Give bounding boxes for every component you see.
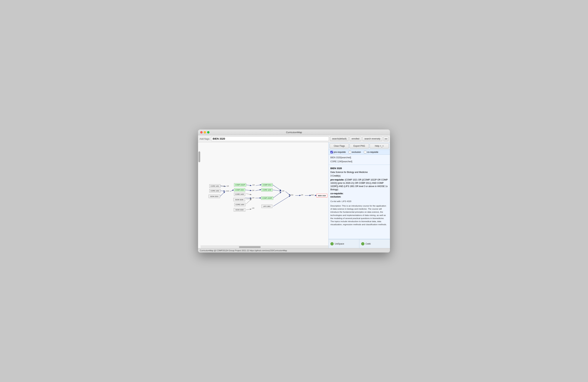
horizontal-scrollbar-thumb[interactable] [239, 246, 261, 248]
node-core1402-label: CORE 1402 [210, 190, 219, 192]
node-isom3230-label: ISOM 3230 [235, 199, 243, 201]
colist-text: Co-list with: LIFS 4320 [330, 200, 351, 202]
node-core1404-label: CORE 1404 [235, 204, 244, 206]
search-default-button[interactable]: search(default) [330, 136, 349, 141]
svg-line-2 [220, 192, 225, 196]
svg-line-10 [273, 185, 281, 191]
prereq-section: pre-requisite: {COMP 1021 OR {(COMP 1022… [330, 178, 388, 191]
exclusion-checkbox[interactable] [349, 151, 351, 153]
prereq-checkbox-item: pre-requisite [330, 151, 346, 153]
node-core1401-label: CORE 1401 [210, 185, 219, 187]
op-or-1: OR [227, 185, 229, 187]
svg-line-21 [246, 199, 251, 204]
node-isom2010-label: ISOM 2010 [210, 195, 218, 197]
ustspace-link[interactable]: → UstSpace [329, 239, 359, 248]
ustspace-icon: → [330, 242, 334, 246]
title-bar: CurriculumMap [198, 130, 390, 135]
node-lifs1901-label: LIFS 1901 [263, 206, 271, 207]
export-png-button[interactable]: Export PNG [350, 143, 369, 149]
enrolled-button[interactable]: enrolled [350, 136, 361, 141]
op-and-3: AND [311, 194, 314, 196]
svg-line-12 [273, 192, 281, 198]
svg-line-3 [230, 190, 233, 191]
cwiki-icon: → [361, 242, 364, 246]
exclusion-label: exclusion [352, 151, 361, 153]
course-code: BIEN 3320 [330, 167, 388, 170]
svg-line-4 [246, 185, 251, 186]
search-input[interactable] [211, 136, 329, 141]
node-comp1022p-label: COMP 1022P [235, 184, 245, 186]
svg-line-13 [286, 191, 290, 195]
main-window: CurriculumMap Add flags: search(default)… [198, 130, 390, 252]
prereq-checkbox[interactable] [330, 151, 333, 153]
graph-canvas: CORE 1401 CORE 1402 ISOM 2010 COMP 1022P… [201, 142, 328, 246]
minimize-button[interactable] [204, 131, 206, 134]
coreq-section-label: co-requisite: [330, 192, 343, 195]
svg-line-6 [256, 185, 261, 186]
op-and-1: AND [226, 190, 229, 192]
searched-item-2: CORE 1240[searched] [330, 160, 388, 164]
checkbox-row: pre-requisite exclusion co-requisite [329, 150, 390, 155]
node-comp1021-label: COMP 1021 [235, 189, 244, 191]
status-bar: CurriculumMap @ COMP2012H Group Project … [198, 248, 390, 252]
node-bien3320-label: BIEN 3320 [318, 195, 326, 197]
svg-line-22 [246, 209, 251, 210]
right-toolbar: Clear Flags Export PNG Help >_< [329, 142, 390, 150]
add-flags-label: Add flags: [200, 137, 210, 140]
canvas-area[interactable]: CORE 1401 CORE 1402 ISOM 2010 COMP 1022P… [198, 142, 328, 248]
op-or-3: OR [252, 190, 254, 191]
coreq-section: co-requisite: [330, 192, 388, 195]
prereq-section-label: pre-requisite: [330, 178, 344, 181]
vertical-scrollbar-thumb[interactable] [198, 151, 200, 162]
svg-line-9 [255, 198, 261, 198]
svg-line-11 [273, 190, 281, 191]
help-button[interactable]: Help >_< [370, 143, 389, 149]
maximize-button[interactable] [207, 131, 210, 134]
toolbar: Add flags: search(default) enrolled sear… [198, 135, 390, 142]
svg-line-8 [245, 198, 251, 198]
node-comp2011-label: COMP 2011 [263, 184, 272, 186]
op-and-2: AND [290, 194, 294, 196]
node-core1403-label: CORE 1403 [235, 193, 244, 195]
exclusion-checkbox-item: exclusion [349, 151, 361, 153]
coreq-checkbox-item: co-requisite [364, 151, 378, 153]
coreq-label: co-requisite [367, 151, 378, 153]
search-reversely-button[interactable]: search reversely [362, 136, 382, 141]
node-core1240-label: CORE 1240 [262, 189, 271, 191]
searched-item-1: BIEN 3320[searched] [330, 156, 388, 160]
main-content: CORE 1401 CORE 1402 ISOM 2010 COMP 1022P… [198, 142, 390, 248]
exclusion-section: exclusion: [330, 195, 388, 198]
traffic-lights [200, 131, 210, 134]
info-panel[interactable]: BIEN 3320 Data Science for Biology and M… [329, 165, 390, 239]
node-isom3320-label: ISOM 3320 [235, 209, 244, 211]
svg-line-19 [246, 193, 251, 195]
bottom-links: → UstSpace → Cwiki [329, 239, 390, 248]
cwiki-link[interactable]: → Cwiki [359, 239, 390, 248]
course-credits: 3 Credit(s) [330, 174, 388, 177]
op-or-4: OR [252, 197, 254, 199]
node-comp1029p-label: COMP 1029P [262, 197, 272, 199]
clear-flags-button[interactable]: Clear Flags [330, 143, 349, 149]
prereq-label: pre-requisite [334, 151, 346, 153]
graph-svg: CORE 1401 CORE 1402 ISOM 2010 COMP 1022P… [201, 142, 328, 246]
close-button[interactable] [200, 131, 203, 134]
svg-line-7 [255, 190, 261, 191]
course-title: Data Science for Biology and Medicine [330, 171, 388, 174]
ustspace-label: UstSpace [335, 243, 344, 245]
searched-list: BIEN 3320[searched] CORE 1240[searched] [329, 155, 390, 165]
svg-line-14 [273, 196, 290, 206]
right-panel: Clear Flags Export PNG Help >_< pre-requ… [328, 142, 390, 248]
op-or-6: OR [282, 190, 284, 192]
horizontal-scrollbar[interactable] [201, 246, 328, 248]
op-or-2: OR [252, 184, 255, 186]
colist: Co-list with: LIFS 4320 [330, 200, 388, 203]
cwiki-label: Cwiki [365, 243, 371, 245]
coreq-checkbox[interactable] [364, 151, 366, 153]
op-or-7: OR [301, 194, 303, 196]
op-or-5: OR [252, 207, 254, 209]
chevron-button[interactable]: >> [383, 136, 388, 141]
window-title: CurriculumMap [286, 131, 302, 134]
status-text: CurriculumMap @ COMP2012H Group Project … [200, 249, 287, 252]
svg-line-1 [220, 191, 225, 191]
svg-line-5 [245, 190, 251, 191]
